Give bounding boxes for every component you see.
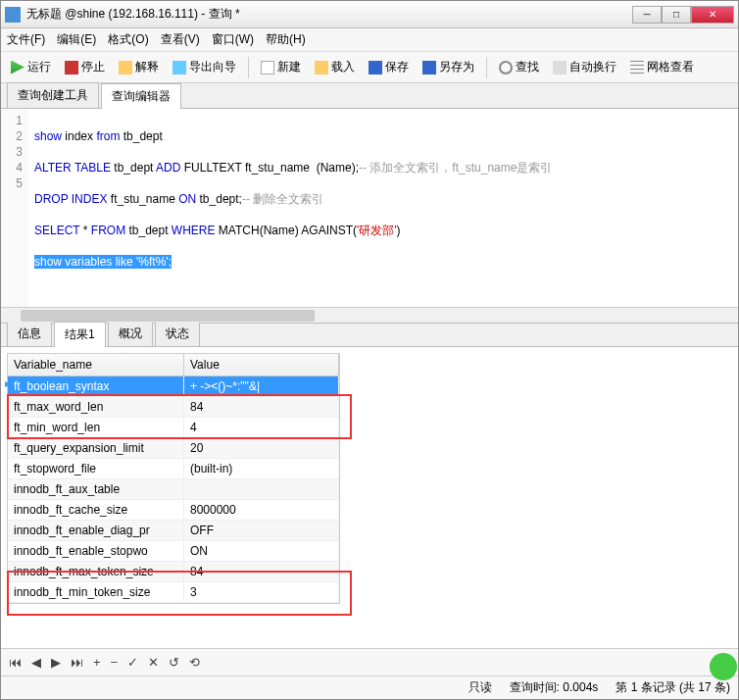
nav-check-icon[interactable]: ✓ xyxy=(127,655,138,670)
row-pointer-icon: ▸ xyxy=(5,376,11,390)
app-icon xyxy=(5,7,21,23)
table-row[interactable]: innodb_ft_aux_table xyxy=(8,479,339,500)
line-gutter: 12345 xyxy=(1,109,28,307)
cell-variable: innodb_ft_enable_stopwo xyxy=(8,541,184,561)
cell-variable: innodb_ft_cache_size xyxy=(8,500,184,520)
cell-value xyxy=(184,479,339,499)
code-area[interactable]: show index from tb_dept ALTER TABLE tb_d… xyxy=(28,109,738,307)
tab-editor[interactable]: 查询编辑器 xyxy=(101,83,181,109)
corner-badge xyxy=(710,653,737,680)
stop-button[interactable]: 停止 xyxy=(61,57,109,77)
export-icon xyxy=(172,61,186,75)
cell-value: + -><()~*:""&| xyxy=(184,376,339,396)
explain-button[interactable]: 解释 xyxy=(115,57,163,77)
table-row[interactable]: innodb_ft_min_token_size3 xyxy=(8,582,339,603)
gridview-button[interactable]: 网格查看 xyxy=(626,57,698,77)
nav-last-icon[interactable]: ⏭ xyxy=(71,655,83,670)
table-row[interactable]: innodb_ft_max_token_size84 xyxy=(8,562,339,582)
status-record: 第 1 条记录 (共 17 条) xyxy=(616,679,730,696)
grid-icon xyxy=(630,61,644,75)
status-readonly: 只读 xyxy=(468,679,492,696)
load-button[interactable]: 载入 xyxy=(311,57,359,77)
cell-value: OFF xyxy=(184,521,339,540)
menu-window[interactable]: 窗口(W) xyxy=(212,31,254,48)
cell-variable: ft_stopword_file xyxy=(8,459,184,478)
cell-value: 3 xyxy=(184,582,339,602)
save-icon xyxy=(369,61,382,75)
nav-first-icon[interactable]: ⏮ xyxy=(9,655,22,670)
search-icon xyxy=(499,61,513,75)
nav-undo-icon[interactable]: ⟲ xyxy=(189,655,200,670)
menu-view[interactable]: 查看(V) xyxy=(161,31,200,48)
play-icon xyxy=(11,61,25,75)
nav-add-icon[interactable]: + xyxy=(93,655,101,670)
titlebar: 无标题 @shine (192.168.16.111) - 查询 * ─ □ ✕ xyxy=(1,1,738,28)
find-button[interactable]: 查找 xyxy=(495,57,543,77)
wrap-button[interactable]: 自动换行 xyxy=(549,57,620,77)
menu-edit[interactable]: 编辑(E) xyxy=(57,31,96,48)
export-button[interactable]: 导出向导 xyxy=(169,57,240,77)
wrap-icon xyxy=(553,61,567,75)
saveas-button[interactable]: 另存为 xyxy=(419,57,478,77)
menu-file[interactable]: 文件(F) xyxy=(7,31,45,48)
table-row[interactable]: innodb_ft_enable_stopwoON xyxy=(8,541,339,562)
nav-prev-icon[interactable]: ◀ xyxy=(31,655,41,670)
cell-value: ON xyxy=(184,541,339,561)
save-button[interactable]: 保存 xyxy=(365,57,413,77)
tab-info[interactable]: 信息 xyxy=(7,321,52,346)
saveas-icon xyxy=(422,61,436,75)
cell-value: 8000000 xyxy=(184,500,339,520)
stop-icon xyxy=(65,61,78,75)
status-time: 查询时间: 0.004s xyxy=(510,679,599,696)
cell-variable: ft_query_expansion_limit xyxy=(8,438,184,458)
new-button[interactable]: 新建 xyxy=(257,57,305,77)
menu-help[interactable]: 帮助(H) xyxy=(266,31,306,48)
table-row[interactable]: innodb_ft_cache_size8000000 xyxy=(8,500,339,521)
toolbar: 运行 停止 解释 导出向导 新建 载入 保存 另存为 查找 自动换行 网格查看 xyxy=(1,52,738,83)
cell-variable: innodb_ft_enable_diag_pr xyxy=(8,521,184,540)
record-nav: ⏮ ◀ ▶ ⏭ + − ✓ ✕ ↺ ⟲ xyxy=(1,648,738,675)
result-grid[interactable]: Variable_name Value ft_boolean_syntax+ -… xyxy=(7,353,340,604)
new-icon xyxy=(261,61,274,75)
cell-variable: ft_max_word_len xyxy=(8,397,184,417)
cell-variable: ft_boolean_syntax xyxy=(8,376,184,396)
nav-next-icon[interactable]: ▶ xyxy=(51,655,61,670)
run-button[interactable]: 运行 xyxy=(7,57,55,77)
table-row[interactable]: innodb_ft_enable_diag_prOFF xyxy=(8,521,339,541)
cell-variable: innodb_ft_min_token_size xyxy=(8,582,184,602)
tab-result1[interactable]: 结果1 xyxy=(54,322,106,347)
code-editor[interactable]: 12345 show index from tb_dept ALTER TABL… xyxy=(1,109,738,307)
window-title: 无标题 @shine (192.168.16.111) - 查询 * xyxy=(26,6,632,23)
table-row[interactable]: ft_query_expansion_limit20 xyxy=(8,438,339,459)
tab-profile[interactable]: 概况 xyxy=(108,321,153,346)
cell-value: 4 xyxy=(184,418,339,437)
statusbar: 只读 查询时间: 0.004s 第 1 条记录 (共 17 条) xyxy=(1,675,738,699)
cell-variable: innodb_ft_aux_table xyxy=(8,479,184,499)
explain-icon xyxy=(119,61,132,75)
table-row[interactable]: ft_boolean_syntax+ -><()~*:""&| xyxy=(8,376,339,397)
minimize-button[interactable]: ─ xyxy=(632,6,662,24)
menubar: 文件(F) 编辑(E) 格式(O) 查看(V) 窗口(W) 帮助(H) xyxy=(1,28,738,52)
tab-builder[interactable]: 查询创建工具 xyxy=(7,82,99,108)
load-icon xyxy=(315,61,328,75)
cell-value: 20 xyxy=(184,438,339,458)
cell-value: 84 xyxy=(184,562,339,581)
cell-value: 84 xyxy=(184,397,339,417)
col-header-value[interactable]: Value xyxy=(184,354,339,375)
nav-remove-icon[interactable]: − xyxy=(111,655,119,670)
nav-cancel-icon[interactable]: ✕ xyxy=(148,655,159,670)
menu-format[interactable]: 格式(O) xyxy=(108,31,148,48)
table-row[interactable]: ft_min_word_len4 xyxy=(8,418,339,438)
tab-status[interactable]: 状态 xyxy=(155,321,200,346)
close-button[interactable]: ✕ xyxy=(691,6,734,24)
col-header-variable[interactable]: Variable_name xyxy=(8,354,184,375)
result-grid-wrap: Variable_name Value ft_boolean_syntax+ -… xyxy=(1,347,738,648)
cell-variable: innodb_ft_max_token_size xyxy=(8,562,184,581)
table-row[interactable]: ft_max_word_len84 xyxy=(8,397,339,418)
nav-refresh-icon[interactable]: ↺ xyxy=(169,655,179,670)
editor-tabs: 查询创建工具 查询编辑器 xyxy=(1,83,738,109)
table-row[interactable]: ft_stopword_file(built-in) xyxy=(8,459,339,479)
editor-hscroll[interactable] xyxy=(1,307,738,323)
cell-variable: ft_min_word_len xyxy=(8,418,184,437)
maximize-button[interactable]: □ xyxy=(662,6,691,24)
